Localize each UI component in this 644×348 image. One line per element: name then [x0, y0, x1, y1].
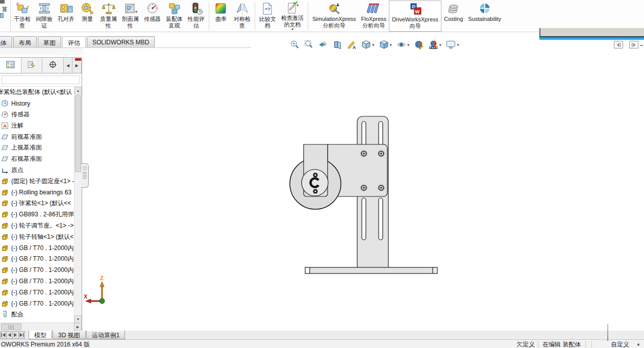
tree-root-item[interactable]: 张紧轮总装配体 (默认<默认 — [0, 87, 75, 98]
ribbon-button-check-active-document[interactable]: *检查激活的文档▾ — [279, 1, 306, 32]
collapse-pane-left-button[interactable] — [614, 41, 623, 48]
headsup-zoom-to-fit[interactable] — [290, 40, 300, 49]
command-tab-5[interactable]: SOLIDWORKS MBD — [87, 36, 155, 48]
tree-item-origin-6[interactable]: 原点 — [0, 165, 75, 176]
view-settings-icon — [446, 40, 456, 49]
ribbon-button-symmetry-check[interactable]: 对称检查 — [231, 1, 253, 32]
ribbon-button-hole-alignment[interactable]: 孔对齐 — [55, 1, 77, 32]
ribbon-button-costing[interactable]: Costing — [441, 1, 465, 32]
headsup-hide-show-items[interactable]: ▾ — [397, 40, 410, 49]
tree-item-label: 原点 — [11, 166, 23, 175]
tree-item-part-11[interactable]: (-) 轮子调节座。<1> -> — [0, 220, 75, 232]
commandmanager-tabs: 装配体布局草图评估SOLIDWORKS MBD — [0, 36, 156, 48]
panel-tab-featuremanager[interactable] — [0, 58, 21, 73]
tensioner-assembly-model[interactable] — [290, 116, 437, 274]
collapse-pane-right-button[interactable] — [629, 41, 638, 48]
headsup-previous-view[interactable] — [318, 40, 328, 49]
taskpane-top-strip — [539, 28, 644, 36]
dropdown-caret-icon[interactable]: ▾ — [390, 42, 392, 47]
panel-tabs: ◀▶ — [0, 58, 82, 73]
ribbon-button-mass-properties[interactable]: 质量属性 — [97, 1, 119, 32]
ribbon-button-curvature[interactable]: 曲率 — [211, 1, 231, 32]
apply-scene-icon — [429, 40, 438, 49]
doc-tab-3[interactable]: 运动算例1 — [86, 331, 126, 339]
headsup-display-style[interactable]: ▾ — [379, 40, 392, 49]
dropdown-caret-icon[interactable]: ▾ — [407, 42, 410, 47]
tree-item-part-12[interactable]: (-) 轮子转轴<1> (默认< — [0, 231, 75, 242]
tree-vertical-scrollbar[interactable]: ▲ ▼ — [74, 87, 82, 323]
headsup-section-view[interactable] — [333, 40, 342, 49]
ribbon-button-assembly-visualization[interactable]: 装配体直观 — [163, 1, 185, 32]
tree-item-plane-3[interactable]: 前视基准面 — [0, 131, 75, 142]
scrollbar-thumb[interactable] — [1, 324, 21, 330]
ribbon-button-performance-evaluation[interactable]: 性能评估 — [185, 1, 207, 32]
tree-item-sensor-1[interactable]: 传感器 — [0, 109, 75, 120]
ribbon-button-driveworksxpress[interactable]: DWDriveWorksXpress向导 — [389, 1, 441, 32]
document-tabs: 模型3D 视图运动算例1 — [29, 331, 126, 339]
tree-item-part-17[interactable]: (-) GB / T70 . 1-2000内 — [0, 287, 75, 298]
headsup-edit-appearance[interactable] — [414, 40, 424, 49]
headsup-apply-scene[interactable]: ▾ — [429, 40, 442, 49]
ribbon-button-sustainability[interactable]: Sustainability — [465, 1, 504, 32]
tree-item-label: 前视基准面 — [11, 133, 42, 141]
ribbon-button-label: 装配体直观 — [166, 16, 183, 29]
tree-item-plane-5[interactable]: 右视基准面 — [0, 154, 75, 165]
tree-item-part-8[interactable]: (-) Rolling bearings 63 — [0, 187, 75, 198]
graphics-area[interactable]: Z X — [83, 48, 644, 331]
scroll-up-button[interactable]: ▲ — [75, 87, 82, 94]
ribbon-button-section-properties[interactable]: 剖面属性 — [119, 1, 141, 32]
scroll-right-button[interactable]: ▶ — [74, 323, 82, 331]
command-tab-1[interactable]: 装配体 — [0, 36, 12, 48]
tree-item-part-13[interactable]: (-) GB / T70 . 1-2000内 — [0, 242, 75, 254]
scroll-down-button[interactable]: ▼ — [75, 315, 82, 323]
model-canvas[interactable]: Z X — [83, 48, 644, 331]
tree-horizontal-scrollbar[interactable]: ▶ — [0, 322, 82, 331]
dropdown-caret-icon[interactable]: ▾ — [372, 42, 375, 47]
tree-item-history-0[interactable]: History — [0, 98, 75, 109]
tree-filter-row[interactable] — [0, 73, 82, 87]
headsup-view-settings[interactable]: ▾ — [446, 40, 459, 49]
ribbon-button-clearance-verification[interactable]: 间隙验证 — [33, 1, 55, 32]
tree-item-mates-19[interactable]: 配合 — [0, 309, 75, 320]
headsup-view-orientation[interactable]: ▾ — [361, 40, 375, 49]
tree-item-part-15[interactable]: (-) GB / T70 . 1-2000内 — [0, 265, 75, 276]
panel-splitter-handle[interactable] — [81, 163, 89, 188]
dropdown-caret-icon[interactable]: ▾ — [291, 28, 293, 31]
status-custom[interactable]: 自定义 — [611, 340, 629, 348]
command-tab-2[interactable]: 布局 — [13, 36, 37, 48]
nav-last-button[interactable] — [18, 331, 25, 339]
ribbon-button-interference-check[interactable]: 干涉检查 — [11, 1, 33, 32]
tree-item-part-7[interactable]: (固定) 轮子固定座<1> - — [0, 176, 75, 187]
panel-tab-configurationmanager[interactable] — [42, 58, 64, 73]
tree-item-part-9[interactable]: (-) 张紧轮<1> (默认<< — [0, 198, 75, 209]
model-base — [305, 267, 437, 274]
scrollbar-thumb[interactable] — [75, 95, 81, 172]
partial-toolbar-button[interactable]: 算 — [0, 0, 11, 32]
ribbon-button-floxpress[interactable]: FloXpress分析向导 — [359, 1, 389, 32]
edit-appearance-icon — [414, 40, 424, 49]
tree-item-plane-4[interactable]: 上视基准面 — [0, 142, 75, 154]
ribbon-button-simulationxpress[interactable]: SimulationXpress分析向导 — [310, 1, 359, 32]
tree-item-part-10[interactable]: (-) GB893 . 2-86孔用弹 — [0, 209, 75, 220]
ribbon-button-compare-documents[interactable]: =?比较文档 — [257, 1, 279, 32]
status-caret-icon[interactable]: ▲ — [636, 342, 640, 346]
doc-tab-2[interactable]: 3D 视图 — [53, 331, 86, 339]
ribbon-button-sensors[interactable]: 传感器 — [141, 1, 163, 32]
doc-tab-1[interactable]: 模型 — [29, 331, 52, 339]
part-icon — [1, 222, 10, 230]
filter-box[interactable] — [2, 76, 80, 84]
command-tab-4[interactable]: 评估 — [62, 36, 86, 48]
ribbon-button-measure[interactable]: 测量 — [77, 1, 97, 32]
panel-tab-propertymanager[interactable] — [21, 58, 43, 73]
part-icon — [1, 278, 10, 285]
tree-item-part-18[interactable]: (-) GB / T70 . 1-2000内 — [0, 298, 75, 309]
dropdown-caret-icon[interactable]: ▾ — [457, 42, 459, 47]
tree-item-part-16[interactable]: (-) GB / T70 . 1-2000内 — [0, 276, 75, 287]
dropdown-caret-icon[interactable]: ▾ — [439, 42, 442, 47]
headsup-zoom-to-area[interactable] — [304, 40, 314, 49]
tree-item-part-14[interactable]: (-) GB / T70 . 1-2000内 — [0, 254, 75, 265]
command-tab-3[interactable]: 草图 — [38, 36, 61, 48]
tree-item-annotation-2[interactable]: A注解 — [0, 120, 75, 131]
panel-scroll-left-button[interactable]: ◀ — [64, 58, 73, 73]
headsup-annotations-visibility[interactable]: A — [347, 40, 357, 49]
